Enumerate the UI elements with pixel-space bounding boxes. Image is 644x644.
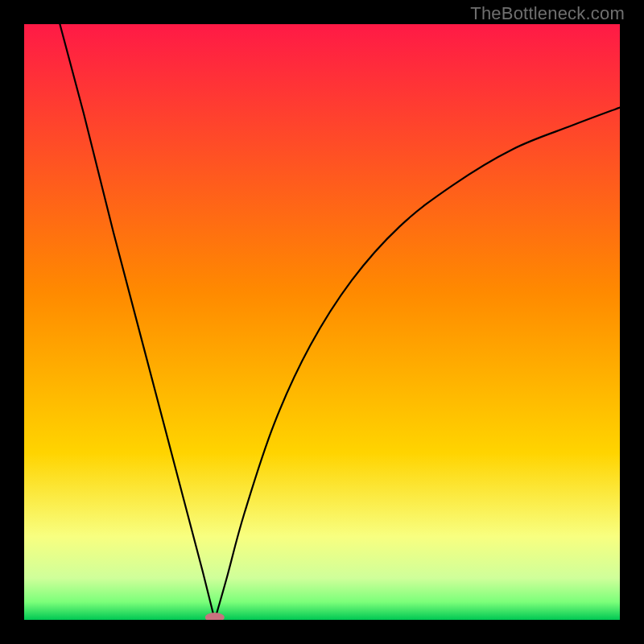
chart-svg bbox=[24, 24, 620, 620]
watermark-text: TheBottleneck.com bbox=[470, 3, 625, 24]
plot-area bbox=[24, 24, 620, 620]
gradient-background bbox=[24, 24, 620, 620]
chart-frame: TheBottleneck.com bbox=[0, 0, 644, 644]
